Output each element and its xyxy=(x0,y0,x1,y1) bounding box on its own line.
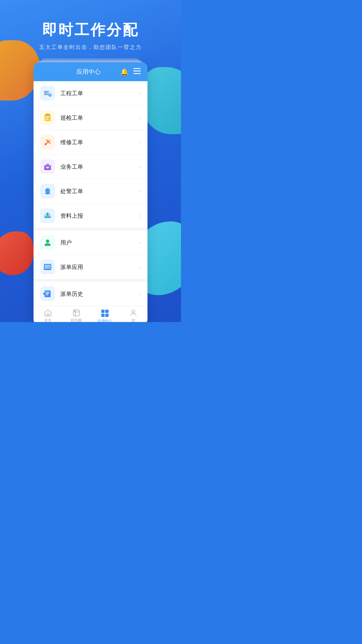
svg-rect-22 xyxy=(46,164,49,166)
menu-section-3: 派单历史 › xyxy=(34,282,147,306)
alert-label: 处警工单 xyxy=(60,187,139,195)
svg-rect-29 xyxy=(44,216,51,218)
svg-rect-46 xyxy=(43,293,45,294)
tab-alliance[interactable]: 联防圈 xyxy=(62,309,90,322)
user-label: 用户 xyxy=(60,239,139,247)
repair-arrow: › xyxy=(139,140,141,145)
app-card: 应用中心 🔔 xyxy=(34,62,147,322)
menu-item-repair[interactable]: 维修工单 › xyxy=(34,130,147,155)
report-arrow: › xyxy=(139,213,141,218)
alliance-tab-label: 联防圈 xyxy=(71,318,82,322)
repair-label: 维修工单 xyxy=(60,139,139,146)
business-label: 业务工单 xyxy=(60,163,139,171)
tab-me[interactable]: 我 xyxy=(119,309,147,322)
svg-rect-52 xyxy=(101,314,105,317)
tab-app-center[interactable]: 应用中心 xyxy=(90,309,119,322)
svg-rect-42 xyxy=(46,292,50,292)
dispatch-label: 派单应用 xyxy=(60,263,139,271)
svg-rect-53 xyxy=(105,314,109,317)
business-icon xyxy=(43,162,52,171)
card-stack: 应用中心 🔔 xyxy=(34,62,147,322)
svg-rect-11 xyxy=(48,95,50,95)
engineering-arrow: › xyxy=(139,91,141,96)
phone-mockup: 应用中心 🔔 xyxy=(30,62,151,322)
svg-rect-7 xyxy=(44,94,48,95)
tab-bar: 首页 联防圈 xyxy=(34,306,147,322)
menu-item-history[interactable]: 派单历史 › xyxy=(34,282,147,306)
business-icon-wrap xyxy=(40,159,55,174)
svg-rect-35 xyxy=(45,265,51,266)
engineering-icon xyxy=(43,89,52,98)
menu-list-icon[interactable] xyxy=(133,68,141,76)
user-icon-wrap xyxy=(40,235,55,250)
menu-item-report[interactable]: 资料上报 › xyxy=(34,204,147,228)
menu-section-1: 工程工单 › 巡检工单 xyxy=(34,81,147,228)
svg-rect-0 xyxy=(133,68,141,69)
dispatch-icon-wrap xyxy=(40,260,55,274)
repair-icon-wrap xyxy=(40,135,55,150)
svg-rect-2 xyxy=(133,73,141,74)
svg-point-49 xyxy=(74,311,75,312)
svg-rect-28 xyxy=(47,194,49,195)
tab-home[interactable]: 首页 xyxy=(34,309,62,322)
engineering-icon-wrap xyxy=(40,86,55,101)
inspection-icon-wrap xyxy=(40,110,55,125)
main-subtitle: 五大工单全时出击，助您团队一臂之力 xyxy=(0,44,181,51)
svg-rect-51 xyxy=(105,310,109,313)
menu-item-dispatch[interactable]: 派单应用 › xyxy=(34,255,147,279)
svg-point-20 xyxy=(45,143,47,145)
svg-point-33 xyxy=(46,239,49,243)
business-arrow: › xyxy=(139,164,141,169)
svg-rect-43 xyxy=(46,293,49,294)
dispatch-icon xyxy=(43,262,52,272)
dispatch-arrow: › xyxy=(139,264,141,270)
svg-rect-3 xyxy=(133,70,137,71)
menu-divider-2 xyxy=(34,279,147,282)
history-arrow: › xyxy=(139,291,141,297)
me-tab-label: 我 xyxy=(131,318,135,322)
inspection-arrow: › xyxy=(139,115,141,120)
engineering-label: 工程工单 xyxy=(60,90,139,97)
report-icon xyxy=(43,211,52,220)
report-label: 资料上报 xyxy=(60,212,139,220)
app-center-tab-icon xyxy=(101,309,109,318)
inspection-icon xyxy=(43,113,52,122)
svg-rect-44 xyxy=(46,294,48,295)
svg-rect-36 xyxy=(45,266,49,267)
home-tab-label: 首页 xyxy=(44,318,52,322)
svg-rect-16 xyxy=(46,119,49,120)
svg-rect-14 xyxy=(46,114,50,115)
menu-item-business[interactable]: 业务工单 › xyxy=(34,155,147,179)
svg-rect-10 xyxy=(50,93,50,95)
header-icons: 🔔 xyxy=(120,68,141,76)
background: 即时工作分配 五大工单全时出击，助您团队一臂之力 应用中心 🔔 xyxy=(0,0,181,322)
menu-item-alert[interactable]: 处警工单 › xyxy=(34,179,147,204)
svg-rect-6 xyxy=(44,93,48,93)
history-label: 派单历史 xyxy=(60,290,139,298)
user-icon xyxy=(43,238,52,247)
alert-icon xyxy=(43,186,52,196)
menu-item-user[interactable]: 用户 › xyxy=(34,230,147,255)
svg-rect-5 xyxy=(44,91,49,92)
svg-rect-50 xyxy=(101,310,105,313)
menu-item-inspection[interactable]: 巡检工单 › xyxy=(34,106,147,130)
report-icon-wrap xyxy=(40,208,55,223)
alert-icon-wrap xyxy=(40,184,55,199)
bell-icon[interactable]: 🔔 xyxy=(120,68,129,76)
svg-rect-47 xyxy=(47,314,49,316)
menu-section-2: 用户 › xyxy=(34,230,147,279)
svg-rect-12 xyxy=(50,95,51,95)
alliance-tab-icon xyxy=(72,309,80,317)
svg-point-54 xyxy=(132,310,135,313)
menu-divider-1 xyxy=(34,228,147,230)
header-section: 即时工作分配 五大工单全时出击，助您团队一臂之力 xyxy=(0,0,181,56)
history-icon-wrap xyxy=(40,286,55,301)
inspection-label: 巡检工单 xyxy=(60,114,139,122)
main-title: 即时工作分配 xyxy=(0,20,181,40)
repair-icon xyxy=(43,138,52,147)
svg-rect-24 xyxy=(47,167,49,168)
title-underline xyxy=(84,54,97,56)
me-tab-icon xyxy=(129,309,137,317)
blob-red xyxy=(0,231,34,275)
menu-item-engineering[interactable]: 工程工单 › xyxy=(34,81,147,106)
